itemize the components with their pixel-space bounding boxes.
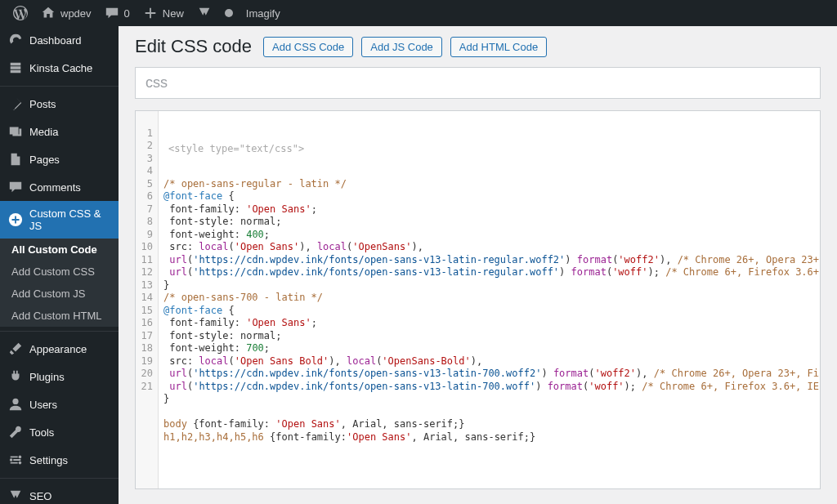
sub-item-add-css[interactable]: Add Custom CSS bbox=[0, 261, 119, 283]
sidebar-item-dashboard[interactable]: Dashboard bbox=[0, 26, 119, 54]
settings-icon bbox=[8, 453, 23, 467]
sidebar-item-media[interactable]: Media bbox=[0, 118, 119, 145]
sidebar-item-appearance[interactable]: Appearance bbox=[0, 335, 119, 363]
new-content[interactable]: New bbox=[137, 0, 190, 26]
yoast-icon bbox=[197, 6, 212, 20]
brush-icon bbox=[8, 341, 23, 356]
site-name: wpdev bbox=[60, 7, 92, 20]
plus-icon bbox=[143, 6, 158, 20]
plug-icon bbox=[8, 369, 23, 384]
sidebar-item-comments[interactable]: Comments bbox=[0, 173, 119, 201]
page-icon bbox=[8, 152, 23, 167]
dashboard-icon bbox=[8, 33, 23, 47]
imagify-link[interactable]: Imagify bbox=[239, 0, 287, 26]
comments-link[interactable]: 0 bbox=[98, 0, 137, 26]
code-title-input[interactable] bbox=[135, 67, 821, 99]
site-link[interactable]: wpdev bbox=[34, 0, 98, 26]
cache-icon bbox=[8, 60, 23, 75]
yoast-link[interactable] bbox=[190, 0, 218, 26]
sidebar-item-seo[interactable]: SEO bbox=[0, 482, 119, 504]
main-content: Edit CSS code Add CSS Code Add JS Code A… bbox=[119, 26, 837, 504]
svg-point-1 bbox=[12, 399, 18, 404]
line-gutter: 123456789101112131415161718192021 bbox=[136, 111, 159, 488]
page-title: Edit CSS code bbox=[135, 36, 252, 57]
admin-sidebar: Dashboard Kinsta Cache Posts Media Pages… bbox=[0, 26, 119, 504]
users-icon bbox=[8, 397, 23, 412]
open-style-tag: <style type="text/css"> bbox=[163, 140, 815, 153]
sidebar-item-pages[interactable]: Pages bbox=[0, 145, 119, 173]
sidebar-item-plugins[interactable]: Plugins bbox=[0, 363, 119, 390]
sidebar-item-users[interactable]: Users bbox=[0, 390, 119, 418]
sidebar-item-tools[interactable]: Tools bbox=[0, 418, 119, 446]
code-editor[interactable]: 123456789101112131415161718192021 <style… bbox=[135, 110, 821, 489]
wrench-icon bbox=[8, 425, 23, 439]
generic-plugin[interactable] bbox=[218, 0, 239, 26]
svg-point-3 bbox=[10, 458, 13, 462]
sidebar-item-custom-css-js[interactable]: Custom CSS & JS bbox=[0, 201, 119, 239]
code-area[interactable]: <style type="text/css"> /* open-sans-reg… bbox=[159, 111, 820, 488]
comments-icon bbox=[8, 180, 23, 194]
pin-icon bbox=[8, 96, 23, 111]
imagify-label: Imagify bbox=[246, 7, 280, 20]
admin-bar: wpdev 0 New Imagify bbox=[0, 0, 837, 26]
page-header: Edit CSS code Add CSS Code Add JS Code A… bbox=[135, 36, 821, 57]
home-icon bbox=[41, 6, 56, 20]
add-html-button[interactable]: Add HTML Code bbox=[450, 37, 547, 57]
svg-point-4 bbox=[19, 462, 22, 465]
dot-icon bbox=[225, 9, 233, 17]
sub-item-add-js[interactable]: Add Custom JS bbox=[0, 283, 119, 305]
sidebar-item-kinsta[interactable]: Kinsta Cache bbox=[0, 54, 119, 82]
sidebar-item-posts[interactable]: Posts bbox=[0, 90, 119, 118]
add-js-button[interactable]: Add JS Code bbox=[361, 37, 442, 57]
svg-point-2 bbox=[19, 456, 22, 459]
new-label: New bbox=[163, 7, 184, 20]
media-icon bbox=[8, 124, 23, 139]
comments-count: 0 bbox=[124, 7, 130, 20]
sidebar-submenu: All Custom Code Add Custom CSS Add Custo… bbox=[0, 239, 119, 327]
sidebar-item-settings[interactable]: Settings bbox=[0, 446, 119, 474]
seo-icon bbox=[8, 488, 23, 503]
sub-item-all-code[interactable]: All Custom Code bbox=[0, 239, 119, 261]
comment-icon bbox=[105, 6, 119, 20]
wp-logo[interactable] bbox=[7, 0, 34, 26]
add-css-button[interactable]: Add CSS Code bbox=[263, 37, 353, 57]
plus-circle-icon bbox=[8, 212, 23, 227]
sub-item-add-html[interactable]: Add Custom HTML bbox=[0, 305, 119, 327]
wordpress-icon bbox=[13, 6, 28, 20]
